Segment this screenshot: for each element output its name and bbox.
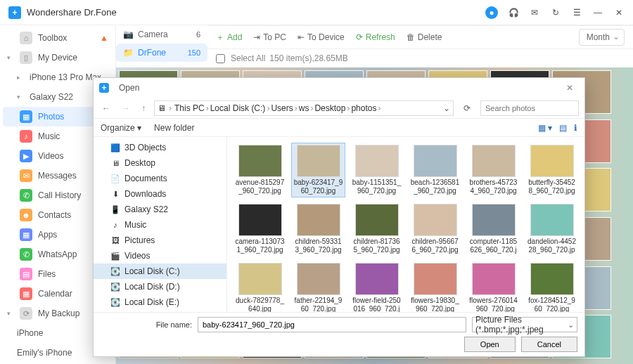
file-item[interactable]: baby-1151351_960_720.jpg	[350, 143, 404, 197]
file-item[interactable]: children-956676_960_720.jpg	[408, 202, 462, 256]
tree-item[interactable]: 💽Local Disk (E:)	[94, 294, 226, 310]
sidebar-label: Contacts	[38, 210, 71, 220]
file-name: dandelion-445228_960_720.jpg	[527, 238, 577, 254]
crumb-segment[interactable]: Local Disk (C:)	[210, 103, 266, 113]
add-button[interactable]: ＋Add	[216, 32, 242, 44]
filename-input[interactable]	[198, 317, 466, 332]
tree-label: Local Disk (E:)	[124, 297, 179, 307]
file-item[interactable]: butterfly-354528_960_720.jpg	[525, 143, 579, 197]
tree-item[interactable]: 📄Documents	[94, 171, 226, 186]
file-item[interactable]: camera-1130731_960_720.jpg	[233, 202, 287, 256]
nav-forward-icon[interactable]: →	[119, 102, 133, 115]
help-icon[interactable]: ℹ	[574, 123, 577, 133]
close-icon[interactable]: ✕	[613, 7, 625, 18]
file-item[interactable]: father-22194_960_720.jpg	[291, 261, 345, 312]
month-select[interactable]: Month	[579, 29, 625, 46]
dialog-logo: +	[99, 83, 109, 93]
file-name: brothers-457234_960_720.jpg	[468, 178, 518, 195]
sidebar-mydevice[interactable]: ▾▯My Device	[0, 48, 115, 67]
btn-label: Refresh	[366, 32, 395, 42]
menu-icon[interactable]: ☰	[571, 7, 582, 18]
history-icon[interactable]: ↻	[550, 7, 561, 18]
file-name: children-956676_960_720.jpg	[410, 238, 460, 254]
file-thumbnail	[297, 145, 340, 177]
delete-button[interactable]: 🗑Delete	[407, 32, 442, 42]
file-item[interactable]: flowers-19830_960_720.jpg	[408, 261, 462, 312]
file-item[interactable]: children-593313_960_720.jpg	[291, 202, 345, 256]
todevice-button[interactable]: ⇤To Device	[298, 32, 345, 42]
chevron-right-icon: ›	[293, 103, 299, 113]
file-item[interactable]: dandelion-445228_960_720.jpg	[525, 202, 579, 256]
account-icon[interactable]: ●	[485, 6, 498, 19]
file-item[interactable]: fox-1284512_960_720.jpg	[525, 261, 579, 312]
crumb-segment[interactable]: Desktop	[314, 103, 345, 113]
crumb-segment[interactable]: photos	[351, 103, 376, 113]
breadcrumb[interactable]: 🖥 › This PC›Local Disk (C:)›Users›ws›Des…	[154, 100, 454, 116]
file-name: flowers-19830_960_720.jpg	[410, 297, 460, 312]
select-label: Month	[587, 32, 610, 42]
view-mode-icon[interactable]: ▦ ▾	[538, 123, 552, 133]
topc-button[interactable]: ⇥To PC	[253, 32, 286, 42]
filetype-filter[interactable]: Picture Files (*.bmp;*.jpg;*.jpeg	[472, 317, 577, 332]
tree-item[interactable]: 📱Galaxy S22	[94, 202, 226, 217]
file-thumbnail	[238, 145, 282, 177]
tree-item[interactable]: 💽Local Disk (D:)	[94, 279, 226, 294]
sidebar-label: Photos	[38, 112, 64, 122]
organize-menu[interactable]: Organize ▾	[101, 123, 141, 133]
folder-icon: 🟦	[110, 143, 120, 152]
file-thumbnail	[238, 204, 282, 236]
folder-icon: 📄	[110, 174, 120, 183]
nav-back-icon[interactable]: ←	[99, 102, 113, 115]
file-item[interactable]: duck-7829778_640.jpg	[233, 261, 287, 312]
file-item[interactable]: computer-1185626_960_720.jpg	[466, 202, 520, 256]
nav-refresh-icon[interactable]: ⟳	[459, 103, 475, 113]
sidebar-label: Apps	[38, 230, 57, 240]
crumb-segment[interactable]: Users	[271, 103, 293, 113]
sidebar-label: iPhone	[17, 328, 43, 338]
tree-label: Downloads	[124, 189, 166, 199]
cancel-button[interactable]: Cancel	[521, 337, 577, 352]
mail-icon[interactable]: ✉	[529, 7, 540, 18]
file-item[interactable]: flowers-276014_960_720.jpg	[466, 261, 520, 312]
file-name: baby-1151351_960_720.jpg	[352, 178, 402, 195]
tree-item[interactable]: 🎬Videos	[94, 248, 226, 264]
file-item[interactable]: brothers-457234_960_720.jpg	[466, 143, 520, 197]
headset-icon[interactable]: 🎧	[508, 7, 519, 18]
crumb-segment[interactable]: ws	[299, 103, 309, 113]
tree-item[interactable]: 🖥Desktop	[94, 155, 226, 171]
source-drfone[interactable]: 📁DrFone150	[116, 44, 207, 62]
tree-item[interactable]: ♪Music	[94, 217, 226, 233]
newfolder-button[interactable]: New folder	[154, 123, 194, 133]
tree-label: Local Disk (C:)	[124, 266, 180, 276]
tree-label: Galaxy S22	[124, 204, 168, 214]
nav-up-icon[interactable]: ↑	[139, 102, 148, 115]
file-item[interactable]: beach-1236581_960_720.jpg	[408, 143, 462, 197]
file-item[interactable]: children-817365_960_720.jpg	[350, 202, 404, 256]
file-name: children-817365_960_720.jpg	[352, 238, 402, 254]
tree-item[interactable]: 🟦3D Objects	[94, 140, 226, 155]
menu-label: Organize	[101, 123, 135, 133]
file-item[interactable]: baby-623417_960_720.jpg	[291, 143, 345, 197]
tree-item[interactable]: 🖼Pictures	[94, 233, 226, 248]
source-camera[interactable]: 📷Camera6	[116, 25, 207, 44]
file-thumbnail	[414, 145, 457, 177]
tree-item[interactable]: ⬇Downloads	[94, 186, 226, 202]
search-input[interactable]	[480, 100, 579, 116]
refresh-button[interactable]: ⟳Refresh	[356, 32, 395, 42]
crumb-drop-icon[interactable]: ⌄	[443, 103, 450, 113]
file-thumbnail	[355, 204, 399, 236]
dialog-title: Open	[119, 83, 139, 93]
tree-item[interactable]: 💽Local Disk (C:)	[94, 264, 226, 279]
tree-label: Local Disk (D:)	[124, 282, 180, 292]
crumb-segment[interactable]: This PC	[174, 103, 205, 113]
selectall-checkbox[interactable]	[216, 54, 225, 63]
file-item[interactable]: avenue-815297_960_720.jpg	[233, 143, 287, 197]
sidebar-label: My Backup	[38, 308, 79, 318]
file-name: baby-623417_960_720.jpg	[293, 178, 343, 195]
sidebar-toolbox[interactable]: ⌂Toolbox▲	[0, 28, 115, 48]
minimize-icon[interactable]: —	[592, 7, 603, 18]
open-button[interactable]: Open	[464, 337, 516, 352]
dialog-close-icon[interactable]: ✕	[561, 82, 579, 94]
preview-pane-icon[interactable]: ▤	[559, 123, 567, 133]
file-item[interactable]: flower-field-250016_960_720.jpg	[350, 261, 404, 312]
